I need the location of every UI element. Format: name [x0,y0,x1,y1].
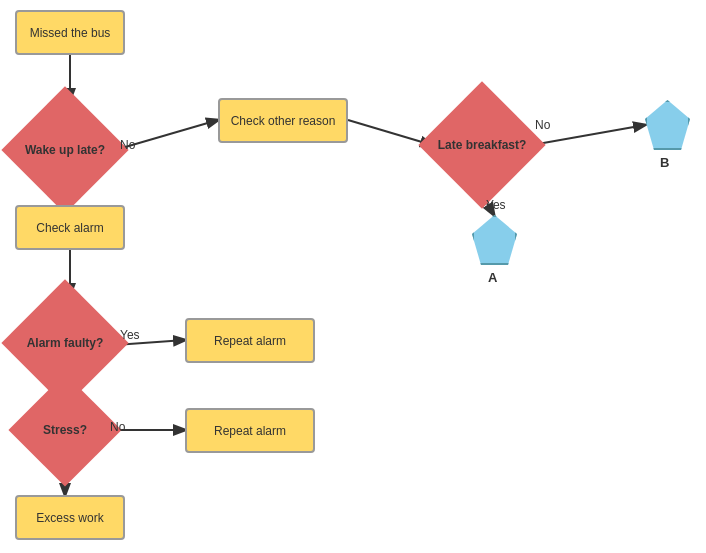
stress-no-label: No [110,420,125,434]
late-no-label: No [535,118,550,132]
late-yes-label: Yes [486,198,506,212]
b-connector-node [645,100,690,150]
excess-work-node: Excess work [15,495,125,540]
b-label: B [660,155,669,170]
wake-no-label: No [120,138,135,152]
alarm-yes-label: Yes [120,328,140,342]
check-other-reason-node: Check other reason [218,98,348,143]
arrows-layer [0,0,706,553]
missed-bus-node: Missed the bus [15,10,125,55]
flowchart-canvas: Missed the bus Wake up late? No Check ot… [0,0,706,553]
repeat-alarm-2-node: Repeat alarm [185,408,315,453]
late-breakfast-node: Late breakfast? [418,81,545,208]
svg-line-2 [348,120,432,145]
repeat-alarm-1-node: Repeat alarm [185,318,315,363]
check-alarm-node: Check alarm [15,205,125,250]
a-connector-node [472,215,517,265]
wake-up-late-node: Wake up late? [1,86,128,213]
stress-node: Stress? [8,373,121,486]
a-label: A [488,270,497,285]
